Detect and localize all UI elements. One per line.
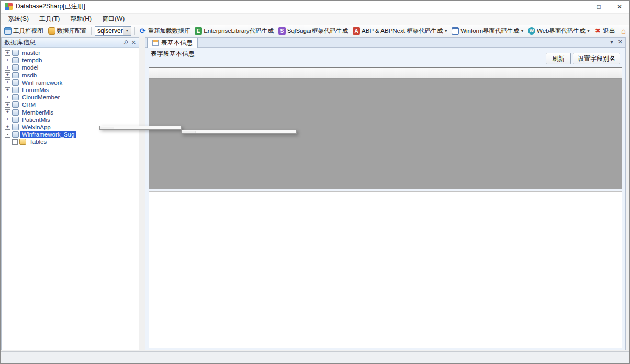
tree-item-tempdb[interactable]: +tempdb (2, 56, 139, 64)
collapse-icon[interactable]: - (5, 132, 10, 138)
toolbar-button[interactable]: ✖退出 (592, 26, 617, 36)
code-generation-submenu (181, 130, 297, 134)
toolbar-button-label: 重新加载数据库 (148, 27, 190, 35)
refresh-button[interactable]: 刷新 (546, 53, 571, 64)
menubar-item[interactable]: 系统(S) (3, 13, 34, 25)
close-button[interactable]: ✕ (609, 0, 630, 13)
fields-grid (149, 67, 622, 189)
toolbar: 工具栏视图数据库配置sqlserver▾⟳重新加载数据库EEnterpriseL… (0, 25, 630, 37)
tree-item-PatientMis[interactable]: +PatientMis (2, 116, 139, 123)
toolbar-button-label: ABP & ABPNext 框架代码生成 (362, 27, 443, 35)
tree-item-CRM[interactable]: +CRM (2, 101, 139, 108)
tree-item-master[interactable]: +master (2, 49, 139, 56)
pin-icon[interactable]: ⚲ (121, 39, 129, 47)
toolbar-button[interactable]: 工具栏视图 (2, 26, 46, 36)
toolbar-button[interactable]: WWeb界面代码生成▾ (526, 26, 591, 36)
combo-value: sqlserver (97, 27, 123, 35)
tree-item-WinFramework[interactable]: +WinFramework (2, 79, 139, 86)
expand-icon[interactable]: + (5, 65, 10, 71)
toolbar-button[interactable]: Winform界面代码生成▾ (449, 26, 525, 36)
title-bar: Database2Sharp[已注册] — □ ✕ (0, 0, 630, 14)
close-icon[interactable]: ✕ (618, 39, 623, 46)
menubar-item[interactable]: 帮助(H) (65, 13, 97, 25)
db-icon (12, 124, 19, 130)
toolbar-view-icon (4, 27, 12, 35)
minimize-button[interactable]: — (567, 0, 588, 13)
window-title: Database2Sharp[已注册] (16, 2, 85, 11)
db-icon (12, 131, 19, 138)
tree-item-label: PatientMis (20, 117, 52, 123)
toolbar-button[interactable]: SSqlSugar框架代码生成 (276, 26, 350, 36)
tree-item-ForumMis[interactable]: +ForumMis (2, 86, 139, 94)
toolbar-separator (91, 27, 92, 35)
tree-item-label: model (20, 64, 40, 71)
toolbar-button[interactable]: AABP & ABPNext 框架代码生成▾ (351, 26, 449, 36)
tree-item-label: Winframework_Sug (20, 131, 76, 138)
home-icon: ⌂ (620, 27, 627, 35)
db-icon (12, 109, 19, 116)
tree-item-label: Tables (28, 139, 48, 145)
db-icon (12, 101, 19, 108)
expand-icon[interactable]: + (5, 109, 10, 115)
maximize-button[interactable]: □ (588, 0, 609, 13)
reload-db-icon: ⟳ (139, 27, 147, 35)
toolbar-separator (134, 27, 135, 35)
expand-icon[interactable]: + (5, 79, 10, 85)
web-icon: W (528, 27, 535, 35)
db-icon (12, 94, 19, 100)
fields-caption: 表字段基本信息 (151, 50, 195, 59)
menubar-item[interactable]: 窗口(W) (97, 13, 130, 25)
tree-item-label: master (20, 50, 42, 56)
expand-icon[interactable]: + (5, 117, 10, 122)
chevron-down-icon[interactable]: ▾ (123, 27, 131, 35)
expand-icon[interactable]: + (5, 72, 10, 78)
winform-icon (452, 27, 459, 35)
document-area: 表基本信息 ▾ ✕ 表字段基本信息 刷新 设置字段别名 (145, 37, 626, 350)
toolbar-button-label: 工具栏视图 (13, 27, 43, 35)
chevron-down-icon: ▾ (587, 29, 589, 33)
toolbar-button[interactable]: ⌂ (617, 26, 629, 36)
database-panel-header: 数据库信息 ⚲ ✕ (2, 38, 139, 48)
tree-item-model[interactable]: +model (2, 64, 139, 71)
app-icon (5, 3, 13, 10)
toolbar-button[interactable]: 数据库配置 (46, 26, 89, 36)
tree-item-label: msdb (20, 72, 38, 78)
expand-icon[interactable]: + (5, 124, 10, 130)
tree-item-Tables[interactable]: -Tables (2, 138, 139, 145)
tree-item-MemberMis[interactable]: +MemberMis (2, 109, 139, 116)
document-tabstrip: 表基本信息 ▾ ✕ (145, 38, 625, 48)
database-type-combo[interactable]: sqlserver▾ (95, 26, 131, 36)
tree-item-Winframework_Sug[interactable]: -Winframework_Sug (2, 131, 139, 138)
toolbar-button-label: EnterpriseLibrary代码生成 (204, 27, 274, 35)
db-icon (12, 50, 19, 56)
toolbar-button[interactable]: EEnterpriseLibrary代码生成 (193, 26, 276, 36)
toolbar-button[interactable]: ⟳重新加载数据库 (137, 26, 193, 36)
sql-code-panel[interactable] (149, 191, 622, 348)
tree-item-CloudMember[interactable]: +CloudMember (2, 94, 139, 101)
close-icon[interactable]: ✕ (131, 39, 136, 46)
db-config-icon (48, 27, 55, 35)
database-tree: +master+tempdb+model+msdb+WinFramework+F… (2, 48, 139, 350)
tab-table-basic-info[interactable]: 表基本信息 (147, 38, 198, 48)
database-panel-title: 数据库信息 (4, 38, 36, 47)
expand-icon[interactable]: + (5, 87, 10, 93)
tree-item-label: tempdb (20, 57, 43, 63)
expand-icon[interactable]: + (5, 50, 10, 56)
expand-icon[interactable]: + (5, 58, 10, 63)
context-menu (99, 126, 182, 130)
doc-tab-label: 表基本信息 (161, 39, 193, 48)
set-field-alias-button[interactable]: 设置字段别名 (573, 53, 620, 64)
chevron-down-icon[interactable]: ▾ (610, 39, 613, 46)
db-icon (12, 57, 19, 63)
tree-item-msdb[interactable]: +msdb (2, 72, 139, 79)
expand-icon[interactable]: + (5, 95, 10, 100)
toolbar-button-label: Winform界面代码生成 (460, 27, 519, 35)
db-icon (12, 79, 19, 86)
tree-item-label: WinFramework (20, 79, 64, 86)
tree-item-label: ForumMis (20, 87, 50, 93)
menubar-item[interactable]: 工具(T) (34, 13, 65, 25)
collapse-icon[interactable]: - (12, 139, 18, 145)
expand-icon[interactable]: + (5, 102, 10, 108)
chevron-down-icon: ▾ (521, 29, 523, 33)
toolbar-button-label: 退出 (603, 27, 615, 35)
